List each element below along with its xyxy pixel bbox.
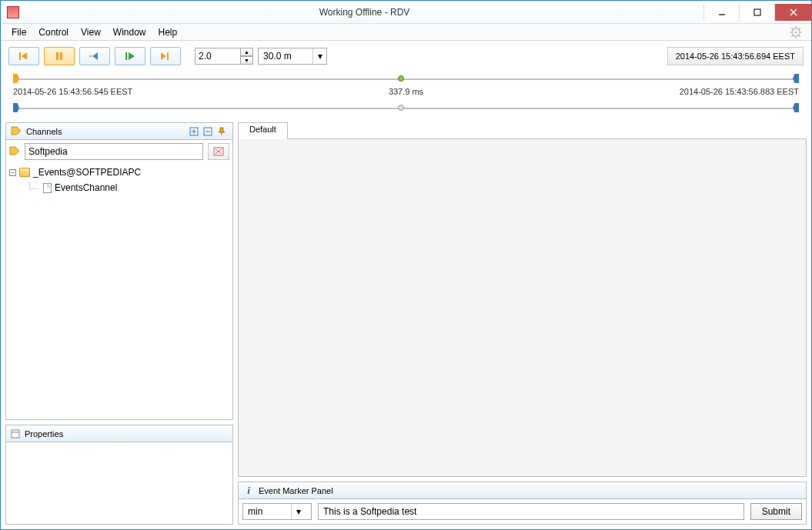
titlebar: Working Offline - RDV: [1, 1, 811, 24]
search-input[interactable]: [25, 143, 203, 160]
timeline-start-label: 2014-05-26 15:43:56.545 EEST: [13, 87, 132, 96]
timeline-duration-label: 337.9 ms: [389, 87, 423, 96]
channels-header: Channels: [6, 123, 232, 140]
time-labels: 2014-05-26 15:43:56.545 EEST 337.9 ms 20…: [12, 87, 800, 99]
zoom-thumb[interactable]: [398, 105, 404, 111]
speed-input[interactable]: [195, 48, 241, 65]
pause-button[interactable]: [44, 47, 75, 65]
channels-icon: [11, 126, 22, 137]
range-start-marker[interactable]: [13, 74, 19, 83]
event-unit-select[interactable]: ▾: [242, 503, 312, 520]
channels-body: − _Events@SOFTPEDIAPC EventsChannel: [6, 140, 232, 419]
clear-search-button[interactable]: [208, 143, 229, 160]
main-split: Channels: [5, 122, 807, 525]
event-marker-title: Event Marker Panel: [259, 486, 333, 495]
timeline-area: 2014-05-26 15:43:56.545 EEST 337.9 ms 20…: [5, 70, 807, 119]
tree-collapse-icon[interactable]: −: [9, 169, 16, 176]
side-column: Channels: [5, 122, 233, 525]
tree-node-child[interactable]: EventsChannel: [9, 180, 229, 195]
range-combo[interactable]: ▾: [258, 48, 327, 65]
chevron-down-icon[interactable]: ▾: [312, 48, 326, 64]
event-marker-body: ▾ Submit: [239, 499, 806, 524]
zoom-end-marker[interactable]: [793, 103, 799, 112]
properties-title: Properties: [25, 429, 63, 438]
range-end-marker[interactable]: [793, 74, 799, 83]
speed-up-icon[interactable]: ▲: [241, 48, 253, 56]
properties-header: Properties: [6, 425, 232, 442]
properties-body: [6, 442, 232, 524]
properties-panel: Properties: [5, 425, 233, 525]
play-button[interactable]: [115, 47, 145, 65]
menu-window[interactable]: Window: [107, 25, 152, 40]
svg-marker-24: [12, 127, 21, 135]
properties-icon: [11, 429, 20, 438]
minimize-button[interactable]: [703, 4, 739, 21]
svg-rect-1: [754, 9, 760, 15]
collapse-all-icon[interactable]: [202, 125, 214, 138]
svg-line-11: [799, 35, 800, 36]
app-window: Working Offline - RDV File Control View …: [0, 0, 812, 530]
tab-default[interactable]: Default: [238, 122, 288, 139]
gear-icon[interactable]: [790, 26, 802, 38]
menu-control[interactable]: Control: [32, 25, 75, 40]
center-column: Default i Event Marker Panel ▾: [238, 122, 807, 525]
speed-down-icon[interactable]: ▼: [241, 56, 253, 65]
svg-point-5: [795, 31, 797, 33]
current-time-display: 2014-05-26 15:43:56.694 EEST: [667, 47, 804, 65]
event-unit-input[interactable]: [243, 506, 291, 517]
tab-content: [238, 138, 807, 477]
step-back-button[interactable]: [79, 47, 110, 65]
seek-end-button[interactable]: [150, 47, 181, 65]
channels-panel: Channels: [5, 122, 233, 420]
pin-icon[interactable]: [216, 125, 228, 138]
tree-root-label: _Events@SOFTPEDIAPC: [33, 165, 141, 179]
menubar: File Control View Window Help: [1, 24, 811, 41]
svg-rect-23: [167, 52, 169, 60]
search-field[interactable]: [28, 146, 199, 157]
menu-file[interactable]: File: [5, 25, 32, 40]
submit-button[interactable]: Submit: [750, 503, 802, 520]
maximize-button[interactable]: [739, 4, 774, 21]
chevron-down-icon[interactable]: ▾: [291, 504, 305, 519]
speed-spinner[interactable]: ▲ ▼: [195, 48, 253, 65]
event-marker-panel: i Event Marker Panel ▾ Submit: [238, 482, 807, 525]
tree-child-label: EventsChannel: [55, 181, 117, 195]
folder-icon: [19, 168, 30, 177]
inner-area: ▲ ▼ ▾ 2014-05-26 15:43:56.694 EEST 2014-…: [1, 41, 811, 529]
close-button[interactable]: [774, 4, 811, 21]
playback-toolbar: ▲ ▼ ▾ 2014-05-26 15:43:56.694 EEST: [5, 45, 807, 67]
svg-marker-18: [92, 52, 98, 60]
window-controls: [703, 4, 811, 21]
filter-icon: [9, 146, 20, 157]
seek-start-button[interactable]: [8, 47, 39, 65]
window-title: Working Offline - RDV: [25, 7, 703, 18]
event-marker-header: i Event Marker Panel: [239, 482, 806, 499]
app-icon: [7, 6, 19, 18]
menu-view[interactable]: View: [75, 25, 107, 40]
channels-title: Channels: [26, 127, 62, 136]
event-text-input[interactable]: [318, 503, 744, 520]
tree-node-root[interactable]: − _Events@SOFTPEDIAPC: [9, 165, 229, 180]
svg-marker-15: [22, 52, 27, 60]
timeline-track-zoom[interactable]: [12, 102, 800, 113]
svg-line-12: [791, 35, 793, 36]
timeline-end-label: 2014-05-26 15:43:56.883 EEST: [680, 87, 799, 96]
range-input[interactable]: [259, 48, 312, 64]
svg-marker-30: [10, 147, 19, 155]
menu-help[interactable]: Help: [152, 25, 184, 40]
timeline-thumb[interactable]: [398, 75, 404, 82]
file-icon: [43, 183, 52, 193]
svg-marker-19: [89, 55, 92, 58]
info-icon: i: [243, 485, 254, 497]
svg-marker-22: [161, 52, 166, 60]
expand-all-icon[interactable]: [188, 125, 200, 138]
tab-bar: Default: [238, 122, 807, 139]
zoom-start-marker[interactable]: [13, 103, 19, 112]
svg-rect-14: [19, 52, 21, 60]
svg-line-13: [799, 28, 800, 29]
svg-line-10: [791, 28, 793, 29]
svg-rect-20: [125, 52, 127, 60]
svg-rect-17: [60, 52, 62, 60]
svg-rect-34: [12, 430, 19, 438]
timeline-track-global[interactable]: [12, 73, 800, 84]
